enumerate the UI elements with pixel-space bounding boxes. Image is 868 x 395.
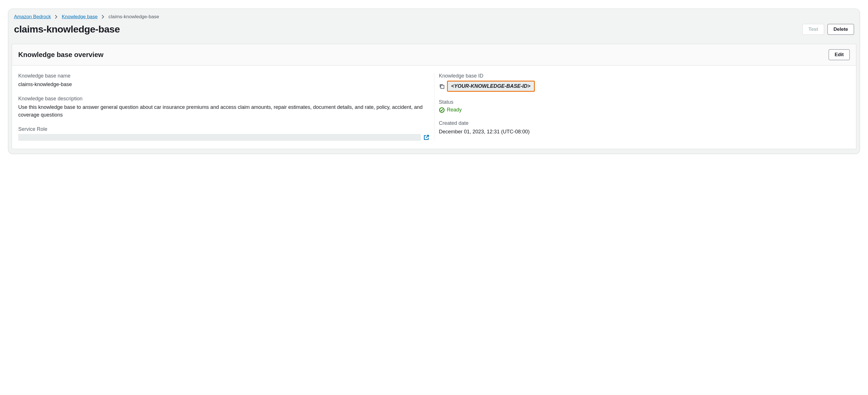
breadcrumb-link-knowledge-base[interactable]: Knowledge base	[62, 14, 98, 20]
kb-description-value: Use this knowledge base to answer genera…	[18, 103, 429, 119]
kb-name-field: Knowledge base name claims-knowledge-bas…	[18, 73, 429, 88]
breadcrumb: Amazon Bedrock Knowledge base claims-kno…	[8, 9, 860, 20]
chevron-right-icon	[55, 15, 58, 19]
page-header: claims-knowledge-base Test Delete	[8, 20, 860, 44]
header-actions: Test Delete	[802, 24, 854, 35]
overview-left-column: Knowledge base name claims-knowledge-bas…	[18, 73, 429, 141]
status-badge: Ready	[439, 107, 850, 113]
overview-card-body: Knowledge base name claims-knowledge-bas…	[12, 66, 856, 149]
edit-button[interactable]: Edit	[829, 49, 850, 60]
created-date-field: Created date December 01, 2023, 12:31 (U…	[439, 120, 850, 136]
service-role-field: Service Role	[18, 126, 429, 141]
created-date-value: December 01, 2023, 12:31 (UTC-08:00)	[439, 128, 850, 136]
kb-id-field: Knowledge base ID <YOUR-KNOWLEDGE-BASE-I…	[439, 73, 850, 92]
delete-button[interactable]: Delete	[828, 24, 854, 35]
kb-id-value: <YOUR-KNOWLEDGE-BASE-ID>	[447, 81, 535, 92]
svg-rect-0	[441, 85, 444, 88]
kb-id-label: Knowledge base ID	[439, 73, 850, 79]
overview-card-header: Knowledge base overview Edit	[12, 44, 856, 66]
overview-right-column: Knowledge base ID <YOUR-KNOWLEDGE-BASE-I…	[439, 73, 850, 141]
kb-description-label: Knowledge base description	[18, 96, 429, 102]
kb-description-field: Knowledge base description Use this know…	[18, 96, 429, 119]
kb-name-value: claims-knowledge-base	[18, 81, 429, 88]
test-button[interactable]: Test	[802, 24, 824, 35]
copy-icon[interactable]	[439, 84, 445, 89]
created-date-label: Created date	[439, 120, 850, 126]
check-circle-icon	[439, 107, 445, 113]
overview-section-title: Knowledge base overview	[18, 51, 103, 59]
status-field: Status Ready	[439, 99, 850, 113]
overview-card: Knowledge base overview Edit Knowledge b…	[12, 44, 856, 149]
knowledge-base-panel: Amazon Bedrock Knowledge base claims-kno…	[8, 8, 860, 154]
breadcrumb-link-bedrock[interactable]: Amazon Bedrock	[14, 14, 51, 20]
service-role-value-redacted	[18, 134, 421, 141]
chevron-right-icon	[101, 15, 104, 19]
service-role-label: Service Role	[18, 126, 429, 132]
page-title: claims-knowledge-base	[14, 24, 120, 35]
breadcrumb-current: claims-knowledge-base	[108, 14, 159, 20]
status-label: Status	[439, 99, 850, 105]
status-value: Ready	[447, 107, 462, 113]
external-link-icon[interactable]	[424, 134, 429, 140]
kb-name-label: Knowledge base name	[18, 73, 429, 79]
